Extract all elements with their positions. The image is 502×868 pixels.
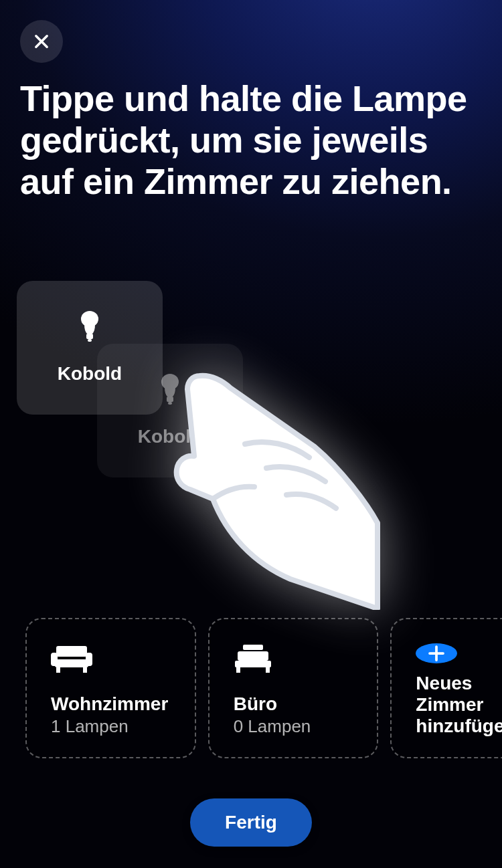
svg-rect-4 bbox=[88, 339, 92, 342]
lamp-ghost-label: Kobold bbox=[138, 426, 202, 447]
close-button[interactable] bbox=[20, 20, 63, 63]
room-card-buero[interactable]: Büro 0 Lampen bbox=[208, 618, 379, 758]
svg-rect-15 bbox=[238, 651, 268, 661]
room-card-wohnzimmer[interactable]: Wohnzimmer 1 Lampen bbox=[25, 618, 196, 758]
close-icon bbox=[32, 32, 51, 51]
svg-rect-18 bbox=[266, 667, 270, 673]
done-button[interactable]: Fertig bbox=[190, 798, 312, 847]
bulb-icon bbox=[79, 311, 100, 343]
add-room-button[interactable] bbox=[416, 643, 457, 663]
svg-rect-16 bbox=[235, 661, 271, 667]
room-title: Büro bbox=[234, 693, 353, 715]
svg-rect-11 bbox=[55, 659, 88, 667]
svg-rect-7 bbox=[168, 402, 172, 405]
rooms-row: Wohnzimmer 1 Lampen Büro 0 Lampen Neues bbox=[25, 618, 502, 758]
room-title: Wohnzimmer bbox=[51, 693, 171, 715]
svg-rect-6 bbox=[167, 397, 173, 402]
plus-icon bbox=[426, 643, 446, 663]
room-subtitle: 1 Lampen bbox=[51, 716, 171, 737]
add-room-title: Neues Zimmer hinzufügen bbox=[416, 673, 502, 737]
svg-rect-8 bbox=[56, 646, 87, 657]
svg-rect-17 bbox=[236, 667, 240, 673]
room-subtitle: 0 Lampen bbox=[234, 716, 353, 737]
bed-icon bbox=[234, 643, 353, 677]
svg-rect-13 bbox=[83, 667, 87, 673]
lamp-tile-ghost: Kobold bbox=[97, 344, 243, 477]
svg-rect-12 bbox=[56, 667, 60, 673]
sofa-icon bbox=[51, 643, 171, 677]
room-card-add[interactable]: Neues Zimmer hinzufügen bbox=[390, 618, 502, 758]
bulb-icon bbox=[159, 374, 181, 406]
svg-rect-3 bbox=[86, 334, 93, 339]
page-title: Tippe und halte die Lampe gedrückt, um s… bbox=[20, 78, 482, 202]
svg-rect-14 bbox=[243, 645, 263, 650]
